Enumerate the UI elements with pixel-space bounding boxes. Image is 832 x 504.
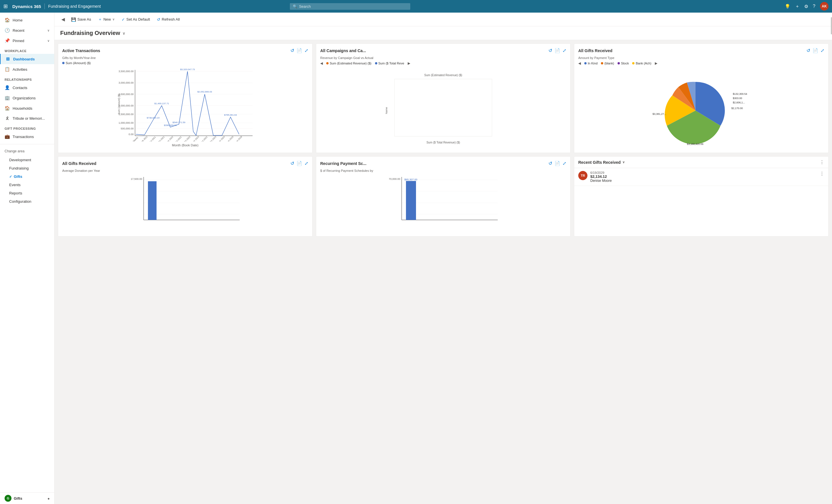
sidebar-item-contacts[interactable]: 👤 Contacts — [0, 82, 54, 93]
sidebar-item-recent[interactable]: 🕐 Recent ∨ — [0, 25, 54, 35]
sidebar-organizations-label: Organizations — [12, 96, 35, 100]
recent-gifts-header: Recent Gifts Received ∨ ⋮ — [574, 157, 828, 168]
legend-left-arrow[interactable]: ◀ — [320, 61, 323, 65]
refresh-recurring-icon[interactable]: ↺ — [548, 161, 552, 166]
svg-text:Apr 2023: Apr 2023 — [191, 136, 200, 141]
all-campaigns-card: All Campaigns and Ca... ↺ 📄 ⤢ Revenue by… — [316, 44, 571, 153]
user-avatar[interactable]: AK — [820, 2, 829, 10]
sidebar-fundraising-label: Fundraising — [9, 166, 29, 170]
pin-icon: 📌 — [5, 38, 10, 43]
sidebar-item-households[interactable]: 🏠 Households — [0, 103, 54, 113]
expand-chart-icon[interactable]: ⤢ — [305, 48, 308, 53]
toolbar: ◀ 💾 Save As ＋ New ∨ ✓ Set As Default ↺ R… — [54, 12, 832, 26]
sidebar-item-activities[interactable]: 📋 Activities — [0, 64, 54, 75]
sidebar-item-pinned[interactable]: 📌 Pinned ∨ — [0, 35, 54, 46]
expand-recurring-icon[interactable]: ⤢ — [563, 161, 566, 166]
organizations-icon: 🏢 — [5, 95, 10, 101]
sidebar-item-dashboards[interactable]: ⊞ Dashboards — [0, 54, 54, 64]
refresh-bar-icon[interactable]: ↺ — [290, 161, 294, 166]
all-gifts-bar-title: All Gifts Received — [62, 161, 96, 166]
all-gifts-bar-card: All Gifts Received ↺ 📄 ⤢ Average Donatio… — [58, 156, 312, 236]
legend-inkind-label: In Kind — [588, 62, 597, 65]
active-chart-xlabel: Month (Book Date) — [62, 143, 308, 147]
expand-campaigns-icon[interactable]: ⤢ — [563, 48, 566, 53]
sub-item-fundraising[interactable]: Fundraising — [0, 164, 54, 172]
sidebar-recent-label: Recent — [12, 28, 24, 33]
recurring-chart: 70,000.00 $65,307.00 — [320, 174, 566, 231]
sub-item-reports[interactable]: Reports — [0, 189, 54, 197]
recent-gifts-title: Recent Gifts Received ∨ — [578, 160, 625, 165]
sidebar-item-home[interactable]: 🏠 Home — [0, 15, 54, 25]
campaigns-subtitle: Revenue by Campaign Goal vs Actual — [320, 56, 566, 60]
gift-item-more-icon[interactable]: ⋮ — [820, 171, 824, 176]
refresh-all-button[interactable]: ↺ Refresh All — [154, 16, 183, 24]
new-button[interactable]: ＋ New ∨ — [95, 15, 118, 24]
main-content: ◀ 💾 Save As ＋ New ∨ ✓ Set As Default ↺ R… — [54, 12, 832, 504]
sidebar-item-transactions[interactable]: 💼 Transactions — [0, 132, 54, 142]
expand-pie-icon[interactable]: ⤢ — [821, 48, 824, 53]
refresh-all-label: Refresh All — [162, 17, 180, 22]
dashboard-grid: Active Transactions ↺ 📄 ⤢ Gifts by Month… — [54, 40, 832, 240]
sidebar-contacts-label: Contacts — [12, 86, 27, 90]
footer-label: Gifts — [14, 496, 22, 501]
sub-item-gifts[interactable]: ✓ Gifts — [0, 172, 54, 181]
search-box[interactable]: 🔍 Search — [290, 3, 410, 10]
export-chart-icon[interactable]: 📄 — [296, 48, 302, 53]
lightbulb-icon[interactable]: 💡 — [785, 4, 790, 9]
back-button[interactable]: ◀ — [59, 15, 67, 24]
svg-text:Name: Name — [385, 107, 388, 114]
change-area-button[interactable]: Change area — [0, 147, 54, 156]
legend-blank-label: (blank) — [604, 62, 614, 65]
active-chart-subtitle: Gifts by Month/Year-line — [62, 56, 308, 60]
active-transactions-card: Active Transactions ↺ 📄 ⤢ Gifts by Month… — [58, 44, 312, 153]
export-pie-icon[interactable]: 📄 — [812, 48, 818, 53]
gifts-badge: G — [5, 495, 11, 502]
sidebar-configuration-label: Configuration — [9, 199, 31, 204]
legend-dot-estimated — [326, 62, 329, 64]
pie-legend-left-arrow[interactable]: ◀ — [578, 61, 581, 65]
export-recurring-icon[interactable]: 📄 — [554, 161, 560, 166]
relationships-section-label: Relationships — [0, 75, 54, 82]
sidebar-footer: G Gifts ⬥ — [0, 492, 54, 504]
refresh-campaigns-icon[interactable]: ↺ — [548, 48, 552, 53]
save-as-button[interactable]: 💾 Save As — [68, 16, 94, 24]
gifts-bar-actions: ↺ 📄 ⤢ — [290, 161, 308, 166]
sub-item-development[interactable]: Development — [0, 156, 54, 164]
svg-text:$2,052,666.03: $2,052,666.03 — [197, 90, 212, 93]
refresh-chart-icon[interactable]: ↺ — [290, 48, 294, 53]
set-as-default-button[interactable]: ✓ Set As Default — [119, 16, 153, 24]
export-campaigns-icon[interactable]: 📄 — [554, 48, 560, 53]
gift-name-0: Denise Moore — [590, 179, 817, 183]
help-icon[interactable]: ? — [813, 4, 815, 9]
svg-text:$2,170.00: $2,170.00 — [731, 107, 743, 110]
legend-blank: (blank) — [601, 62, 614, 65]
sidebar-item-organizations[interactable]: 🏢 Organizations — [0, 93, 54, 103]
apps-grid-icon[interactable]: ⊞ — [3, 3, 8, 9]
sidebar-transactions-label: Transactions — [12, 135, 34, 139]
legend-right-arrow[interactable]: ▶ — [408, 61, 410, 65]
diamond-icon[interactable]: ⬥ — [47, 496, 50, 501]
add-icon[interactable]: ＋ — [795, 3, 800, 9]
pie-legend-right-arrow[interactable]: ▶ — [655, 61, 657, 65]
svg-text:2,500,000.00: 2,500,000.00 — [119, 93, 134, 96]
recent-gifts-chevron-icon[interactable]: ∨ — [622, 160, 625, 164]
svg-text:(blank): (blank) — [132, 136, 139, 141]
export-bar-icon[interactable]: 📄 — [296, 161, 302, 166]
sidebar-item-tribute[interactable]: 🎗 Tribute or Memori... — [0, 113, 54, 123]
activities-icon: 📋 — [5, 67, 10, 72]
campaigns-chart: Sum (Estimated Revenue) ($) Name Sum ($ … — [320, 67, 566, 148]
gift-amount-0: $2,134.12 — [590, 174, 817, 179]
svg-text:$3,320,047.73: $3,320,047.73 — [180, 68, 195, 71]
sub-item-configuration[interactable]: Configuration — [0, 197, 54, 205]
svg-text:Jun 2025: Jun 2025 — [226, 136, 234, 141]
scrollbar-thumb[interactable] — [831, 17, 832, 34]
new-chevron-icon[interactable]: ∨ — [112, 18, 115, 21]
recent-gifts-more-icon[interactable]: ⋮ — [820, 160, 824, 165]
page-title-chevron-icon[interactable]: ∨ — [123, 31, 125, 35]
sub-item-events[interactable]: Events — [0, 181, 54, 189]
refresh-pie-icon[interactable]: ↺ — [806, 48, 810, 53]
legend-total-label: Sum ($ Total Reve — [379, 62, 404, 65]
expand-bar-icon[interactable]: ⤢ — [305, 161, 308, 166]
recurring-subtitle: $ of Recurring Payment Schedules by — [320, 169, 566, 172]
settings-icon[interactable]: ⚙ — [804, 4, 808, 9]
